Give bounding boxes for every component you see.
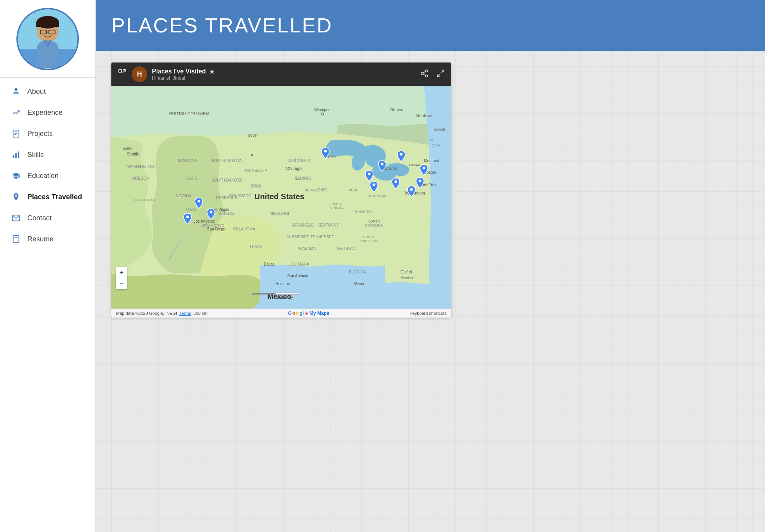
svg-point-8 [14,88,17,91]
svg-point-103 [400,153,403,156]
sidebar-item-education[interactable]: Education [0,165,95,186]
envelope-icon [11,213,21,223]
svg-point-101 [324,150,327,153]
svg-text:Ottawa: Ottawa [409,163,420,167]
sidebar-item-education-label: Education [27,172,59,180]
svg-rect-15 [18,152,20,158]
svg-text:MISSISSIPPI: MISSISSIPPI [287,235,310,239]
zoom-out-button[interactable]: − [116,278,127,289]
sidebar-item-contact-label: Contact [27,214,52,222]
svg-text:OREGON: OREGON [132,176,149,180]
map-terms-link[interactable]: Terms [179,311,191,316]
map-subtitle: Himanish Jindal [152,75,415,81]
svg-point-109 [373,184,375,186]
sidebar: About Experience Projects [0,0,96,532]
sidebar-item-contact[interactable]: Contact [0,207,95,229]
svg-text:San Diego: San Diego [207,227,225,231]
sidebar-item-places-travelled-label: Places Travelled [27,193,82,201]
svg-rect-113 [252,293,275,295]
map-footer-center: Google My Maps [288,311,329,316]
pin-icon [11,192,21,202]
svg-text:UTAH: UTAH [186,207,197,212]
svg-text:BRITISH COLUMBIA: BRITISH COLUMBIA [169,111,210,116]
share-icon[interactable] [420,69,429,80]
svg-text:SOUTH: SOUTH [363,235,375,239]
svg-text:MAINE: MAINE [434,128,445,132]
page-header: PLACES TRAVELLED [96,0,765,51]
svg-rect-19 [119,70,122,72]
svg-text:ouver: ouver [248,133,258,137]
trending-up-icon [11,107,21,118]
svg-text:Seattle: Seattle [127,152,139,156]
svg-text:Chicago: Chicago [286,166,302,171]
svg-text:Houston: Houston [275,282,290,286]
svg-point-21 [421,72,424,75]
svg-point-107 [410,188,413,191]
sidebar-item-experience[interactable]: Experience [0,102,95,123]
svg-text:Montreal: Montreal [416,113,433,118]
map-data-text: Map data ©2023 Google, INEGI [116,311,177,316]
svg-text:San Antonio: San Antonio [287,274,308,278]
svg-text:PENN: PENN [349,188,358,192]
svg-text:Montreal: Montreal [424,159,439,163]
map-star[interactable]: ★ [209,68,214,75]
zoom-in-button[interactable]: + [116,267,127,278]
map-zoom-controls: + − [116,267,127,289]
svg-text:KENTUCKY: KENTUCKY [318,223,339,227]
sidebar-item-skills[interactable]: Skills [0,144,95,165]
sidebar-item-projects[interactable]: Projects [0,123,95,144]
svg-text:Gulf of: Gulf of [400,270,412,274]
svg-text:SOUTH DAKOTA: SOUTH DAKOTA [211,178,242,182]
svg-text:MONTANA: MONTANA [178,159,197,163]
page-title: PLACES TRAVELLED [111,14,332,37]
map-footer-left: Map data ©2023 Google, INEGI Terms 500 k… [116,311,207,316]
map-footer-right: Keyboard shortcuts [409,311,447,316]
svg-text:COLORADO: COLORADO [229,194,251,198]
svg-text:INDIANA: INDIANA [304,188,318,192]
file-icon [11,234,21,244]
svg-text:WISCONSIN: WISCONSIN [288,159,310,163]
svg-text:Ottawa: Ottawa [390,107,404,112]
svg-text:OKLAHOMA: OKLAHOMA [233,227,256,231]
expand-icon[interactable] [118,68,127,80]
svg-point-112 [210,211,213,214]
svg-point-22 [425,75,428,77]
map-svg-container[interactable]: WASHINGTON OREGON CALIFORNIA MONTANA IDA… [111,86,451,309]
map-title-text: Places I've Visited [152,68,206,75]
svg-text:NORTH DAKOTA: NORTH DAKOTA [211,159,242,163]
svg-text:VIRGINIA: VIRGINIA [355,209,372,214]
fullscreen-icon[interactable] [436,69,445,80]
svg-text:Mexico: Mexico [400,276,413,280]
sidebar-divider [0,77,95,78]
svg-line-23 [423,74,425,75]
svg-text:Dallas: Dallas [264,262,275,266]
svg-text:OHIO: OHIO [317,188,327,192]
sidebar-item-experience-label: Experience [27,109,63,117]
svg-line-24 [423,71,425,73]
sidebar-item-places-travelled[interactable]: Places Travelled [0,186,95,207]
svg-text:Los Angeles: Los Angeles [193,219,215,223]
svg-text:TENNESSEE: TENNESSEE [311,235,334,239]
sidebar-item-about[interactable]: About [0,81,95,102]
svg-text:Winnipeg: Winnipeg [314,108,331,112]
svg-text:TEXAS: TEXAS [250,245,263,249]
sidebar-item-resume[interactable]: Resume [0,229,95,250]
svg-text:KANSAS: KANSAS [219,211,235,216]
svg-rect-13 [13,155,14,158]
svg-point-108 [395,180,397,183]
svg-text:LOUISIANA: LOUISIANA [288,262,309,266]
svg-text:MINNESOTA: MINNESOTA [245,168,268,173]
svg-text:VT: VT [430,138,434,141]
svg-rect-17 [13,236,19,243]
svg-text:MISSOURI: MISSOURI [270,211,289,216]
svg-point-106 [419,180,422,182]
sidebar-item-resume-label: Resume [27,235,54,243]
keyboard-shortcuts-text[interactable]: Keyboard shortcuts [409,311,447,316]
svg-text:VIRGINIA: VIRGINIA [330,206,346,210]
my-maps-text[interactable]: My Maps [309,311,329,316]
map-title-group: Places I've Visited ★ Himanish Jindal [152,68,415,81]
svg-text:FLORIDA: FLORIDA [349,270,366,274]
document-icon [11,129,21,139]
svg-point-102 [381,163,384,166]
map-actions [420,69,445,80]
